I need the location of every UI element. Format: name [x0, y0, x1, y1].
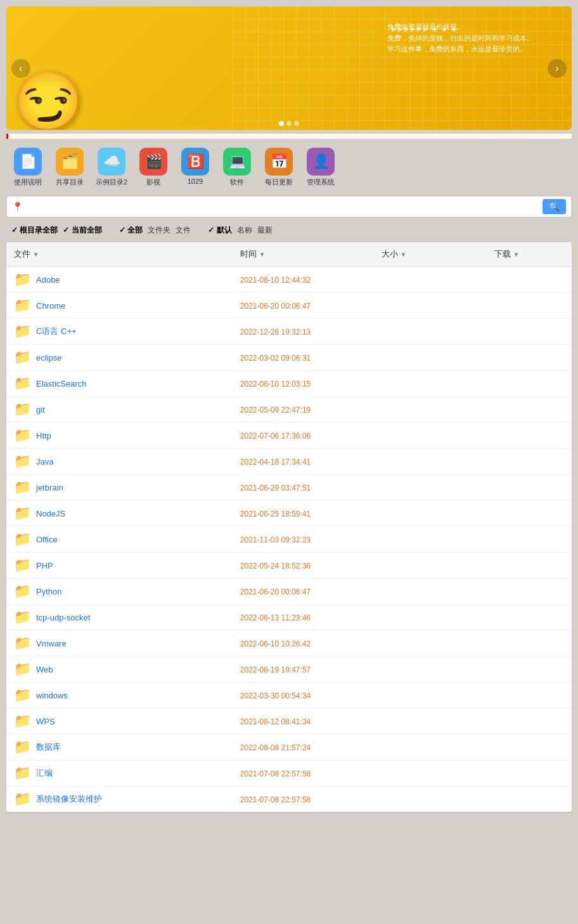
banner-dots — [279, 121, 299, 126]
file-dl-cell-20 — [487, 786, 572, 812]
table-row: 📁 ElasticSearch 2022-06-10 12:03:15 — [6, 371, 572, 397]
col-header-file[interactable]: 文件 ▼ — [6, 242, 233, 267]
file-cell-12: 📁 Python — [6, 579, 233, 605]
nav-help[interactable]: 📄 使用说明 — [9, 148, 47, 187]
file-date-cell-19: 2021-07-08 22:57:58 — [233, 760, 374, 786]
file-cell-0: 📁 Adobe — [6, 267, 233, 293]
file-cell-10: 📁 Office — [6, 527, 233, 553]
nav-daily[interactable]: 📅 每日更新 — [260, 148, 298, 187]
file-link-7[interactable]: Java — [36, 457, 53, 466]
file-dl-cell-17 — [487, 709, 572, 735]
file-link-20[interactable]: 系统镜像安装维护 — [36, 793, 102, 805]
file-date-14: 2022-06-10 10:26:42 — [240, 639, 311, 648]
file-link-12[interactable]: Python — [36, 587, 61, 596]
file-date-8: 2021-06-29 03:47:51 — [240, 484, 311, 492]
file-cell-5: 📁 git — [6, 397, 233, 423]
folder-icon-0: 📁 — [14, 273, 31, 286]
filter-sort-newest[interactable]: 最新 — [257, 225, 273, 236]
file-size-cell-10 — [374, 527, 487, 553]
file-cell-11: 📁 PHP — [6, 553, 233, 579]
file-link-18[interactable]: 数据库 — [36, 741, 61, 753]
nav-demo2[interactable]: ☁️ 示例目录2 — [93, 148, 131, 187]
file-size-cell-3 — [374, 345, 487, 371]
file-link-1[interactable]: Chrome — [36, 301, 65, 311]
file-dl-cell-0 — [487, 267, 572, 293]
file-dl-cell-2 — [487, 319, 572, 345]
file-dl-cell-6 — [487, 423, 572, 449]
filter-sort-name[interactable]: 名称 — [237, 225, 252, 236]
folder-icon-11: 📁 — [14, 558, 31, 572]
file-size-cell-9 — [374, 501, 487, 527]
file-cell-18: 📁 数据库 — [6, 735, 233, 760]
file-link-11[interactable]: PHP — [36, 561, 53, 570]
file-date-13: 2022-06-13 11:23:46 — [240, 613, 311, 622]
search-input[interactable] — [25, 202, 543, 212]
file-date-20: 2021-07-08 22:57:58 — [240, 795, 311, 804]
banner-line2: 免费，免掉的是钱，付出的是时间和学习成本。 — [387, 33, 534, 44]
file-link-14[interactable]: Vmware — [36, 639, 67, 648]
file-link-0[interactable]: Adobe — [36, 275, 60, 285]
file-dl-cell-4 — [487, 371, 572, 397]
table-row: 📁 WPS 2021-08-12 08:41:34 — [6, 709, 572, 735]
nav-icons: 📄 使用说明 🗂️ 共享目录 ☁️ 示例目录2 🎬 影视 🅱️ 1029 💻 软… — [6, 144, 572, 191]
filter-sort-default[interactable]: 默认 — [208, 225, 231, 236]
nav-admin[interactable]: 👤 管理系统 — [302, 148, 340, 187]
nav-software[interactable]: 💻 软件 — [218, 148, 256, 187]
col-header-size[interactable]: 大小 ▼ — [374, 242, 487, 267]
file-size-cell-20 — [374, 786, 487, 812]
file-link-13[interactable]: tcp-udp-socket — [36, 613, 90, 622]
col-header-time[interactable]: 时间 ▼ — [233, 242, 374, 267]
nav-1029[interactable]: 🅱️ 1029 — [176, 148, 214, 187]
file-link-3[interactable]: eclipse — [36, 353, 61, 363]
banner-prev-button[interactable]: ‹ — [11, 59, 30, 78]
folder-icon-13: 📁 — [14, 610, 31, 624]
file-dl-cell-7 — [487, 449, 572, 475]
file-link-9[interactable]: NodeJS — [36, 509, 65, 518]
filter-root-all[interactable]: 根目录全部 — [11, 225, 58, 236]
file-date-2: 2022-12-26 19:32:13 — [240, 328, 311, 337]
file-link-8[interactable]: jetbrain — [36, 483, 63, 492]
file-date-6: 2022-07-06 17:36:06 — [240, 432, 311, 440]
file-link-4[interactable]: ElasticSearch — [36, 379, 86, 388]
col-header-download[interactable]: 下载 ▼ — [487, 242, 572, 267]
file-link-15[interactable]: Web — [36, 665, 53, 674]
file-date-cell-20: 2021-07-08 22:57:58 — [233, 786, 374, 812]
folder-icon-7: 📁 — [14, 454, 31, 468]
filter-type-folder[interactable]: 文件夹 — [148, 225, 170, 236]
file-date-cell-6: 2022-07-06 17:36:06 — [233, 423, 374, 449]
filter-type-file[interactable]: 文件 — [176, 225, 191, 236]
file-dl-cell-16 — [487, 683, 572, 709]
table-row: 📁 Chrome 2021-06-20 00:06:47 — [6, 293, 572, 319]
file-date-cell-14: 2022-06-10 10:26:42 — [233, 631, 374, 657]
file-date-cell-8: 2021-06-29 03:47:51 — [233, 475, 374, 501]
folder-icon-18: 📁 — [14, 740, 31, 754]
file-size-cell-8 — [374, 475, 487, 501]
file-link-5[interactable]: git — [36, 405, 45, 414]
file-cell-17: 📁 WPS — [6, 709, 233, 735]
nav-video[interactable]: 🎬 影视 — [134, 148, 172, 187]
banner-next-button[interactable]: › — [548, 59, 567, 78]
search-button[interactable]: 🔍 — [543, 199, 566, 214]
file-link-6[interactable]: Http — [36, 431, 51, 440]
folder-icon-15: 📁 — [14, 662, 31, 676]
file-link-17[interactable]: WPS — [36, 717, 55, 726]
folder-icon-12: 📁 — [14, 584, 31, 598]
file-cell-15: 📁 Web — [6, 657, 233, 683]
file-link-16[interactable]: windows — [36, 691, 68, 700]
notice-bar — [6, 134, 572, 139]
filter-type-all[interactable]: 全部 — [119, 225, 143, 236]
filter-current-all[interactable]: 当前全部 — [63, 225, 101, 236]
file-cell-2: 📁 C语言 C++ — [6, 319, 233, 345]
file-link-10[interactable]: Office — [36, 535, 58, 544]
file-link-19[interactable]: 汇编 — [36, 767, 53, 779]
nav-share[interactable]: 🗂️ 共享目录 — [51, 148, 89, 187]
file-cell-14: 📁 Vmware — [6, 631, 233, 657]
file-date-17: 2021-08-12 08:41:34 — [240, 717, 311, 726]
file-size-cell-2 — [374, 319, 487, 345]
file-size-cell-1 — [374, 293, 487, 319]
file-link-2[interactable]: C语言 C++ — [36, 326, 77, 337]
file-dl-cell-11 — [487, 553, 572, 579]
nav-daily-label: 每日更新 — [265, 177, 293, 187]
table-row: 📁 Office 2021-11-03 09:32:23 — [6, 527, 572, 553]
file-dl-cell-15 — [487, 657, 572, 683]
